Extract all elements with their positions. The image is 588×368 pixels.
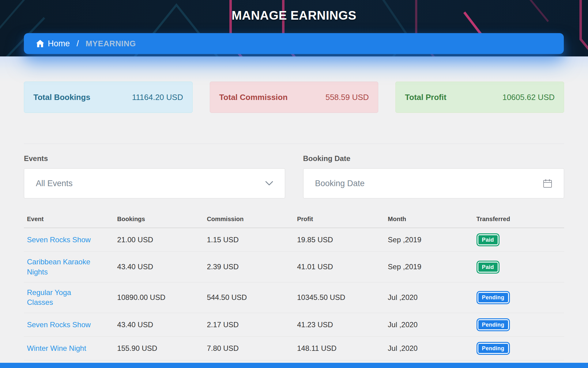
profit-cell: 19.85 USD — [294, 228, 385, 252]
table-row: Seven Rocks Show 43.40 USD 2.17 USD 41.2… — [24, 313, 564, 336]
total-commission-card: Total Commission 558.59 USD — [210, 82, 379, 113]
booking-date-input[interactable] — [315, 169, 538, 198]
status-badge: Pending — [477, 291, 510, 304]
event-link[interactable]: Caribbean Karaoke Nights — [27, 258, 90, 276]
calendar-icon[interactable] — [543, 179, 552, 188]
profit-cell: 41.01 USD — [294, 252, 385, 282]
table-header-row: Event Bookings Commission Profit Month T… — [24, 212, 564, 228]
bookings-cell: 155.90 USD — [114, 337, 204, 360]
commission-cell: 1.15 USD — [204, 228, 294, 252]
total-commission-value: 558.59 USD — [326, 93, 369, 102]
month-cell: Jul ,2020 — [385, 337, 473, 360]
profit-cell: 10345.50 USD — [294, 282, 385, 313]
status-badge: Paid — [477, 233, 499, 246]
events-select[interactable]: All Events — [24, 168, 285, 198]
hero-header: MANAGE EARNINGS Home / MYEARNING — [0, 0, 588, 56]
total-profit-value: 10605.62 USD — [502, 93, 555, 102]
earnings-table: Event Bookings Commission Profit Month T… — [24, 212, 564, 360]
page-title: MANAGE EARNINGS — [0, 0, 588, 22]
table-row: Winter Wine Night 155.90 USD 7.80 USD 14… — [24, 337, 564, 360]
filters-row: Events All Events Booking Date — [24, 144, 564, 198]
summary-cards-row: Total Bookings 11164.20 USD Total Commis… — [24, 82, 564, 113]
total-bookings-label: Total Bookings — [33, 93, 90, 102]
table-row: Caribbean Karaoke Nights 43.40 USD 2.39 … — [24, 252, 564, 282]
booking-date-filter: Booking Date — [303, 144, 564, 198]
column-header-month: Month — [385, 212, 473, 228]
bookings-cell: 10890.00 USD — [114, 282, 204, 313]
bookings-cell: 21.00 USD — [114, 228, 204, 252]
event-link[interactable]: Seven Rocks Show — [27, 320, 91, 329]
booking-date-filter-label: Booking Date — [303, 154, 564, 163]
month-cell: Jul ,2020 — [385, 282, 473, 313]
event-link[interactable]: Winter Wine Night — [27, 344, 86, 352]
bookings-cell: 43.40 USD — [114, 313, 204, 336]
breadcrumb-current: MYEARNING — [86, 39, 136, 48]
table-row: Seven Rocks Show 21.00 USD 1.15 USD 19.8… — [24, 228, 564, 252]
events-filter-label: Events — [24, 154, 285, 163]
total-profit-label: Total Profit — [405, 93, 446, 102]
total-bookings-value: 11164.20 USD — [132, 93, 183, 102]
commission-cell: 2.39 USD — [204, 252, 294, 282]
breadcrumb-separator: / — [77, 39, 79, 48]
chevron-down-icon — [265, 181, 273, 186]
column-header-transferred: Transferred — [473, 212, 564, 228]
column-header-event: Event — [24, 212, 114, 228]
total-profit-card: Total Profit 10605.62 USD — [395, 82, 564, 113]
booking-date-control — [303, 168, 564, 198]
event-link[interactable]: Seven Rocks Show — [27, 236, 91, 244]
table-row: Regular Yoga Classes 10890.00 USD 544.50… — [24, 282, 564, 313]
events-select-value: All Events — [36, 179, 73, 188]
month-cell: Sep ,2019 — [385, 228, 473, 252]
profit-cell: 41.23 USD — [294, 313, 385, 336]
home-icon — [36, 40, 44, 47]
commission-cell: 2.17 USD — [204, 313, 294, 336]
month-cell: Sep ,2019 — [385, 252, 473, 282]
header-glow-band — [0, 56, 588, 82]
commission-cell: 7.80 USD — [204, 337, 294, 360]
footer-bar — [0, 363, 588, 368]
total-bookings-card: Total Bookings 11164.20 USD — [24, 82, 193, 113]
status-badge: Pending — [477, 342, 510, 355]
column-header-commission: Commission — [204, 212, 294, 228]
total-commission-label: Total Commission — [219, 93, 288, 102]
breadcrumb-home-label: Home — [48, 39, 70, 48]
status-badge: Pending — [477, 318, 510, 331]
breadcrumb-home-link[interactable]: Home — [36, 39, 70, 48]
bookings-cell: 43.40 USD — [114, 252, 204, 282]
month-cell: Jul ,2020 — [385, 313, 473, 336]
profit-cell: 148.11 USD — [294, 337, 385, 360]
column-header-profit: Profit — [294, 212, 385, 228]
events-filter: Events All Events — [24, 144, 285, 198]
status-badge: Paid — [477, 261, 499, 274]
breadcrumb: Home / MYEARNING — [24, 33, 564, 54]
commission-cell: 544.50 USD — [204, 282, 294, 313]
event-link[interactable]: Regular Yoga Classes — [27, 288, 71, 306]
column-header-bookings: Bookings — [114, 212, 204, 228]
